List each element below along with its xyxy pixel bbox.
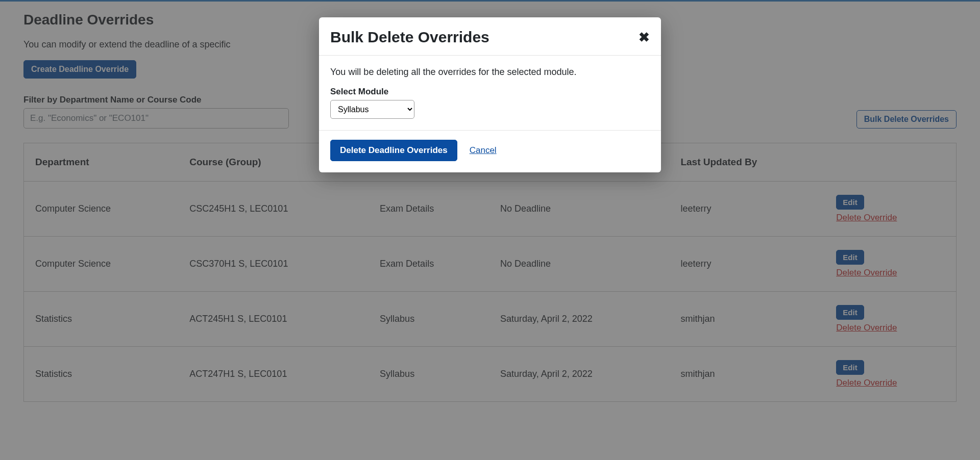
modal-title: Bulk Delete Overrides [330, 29, 489, 46]
select-module-dropdown[interactable]: SyllabusExam Details [330, 100, 414, 119]
bulk-delete-modal: Bulk Delete Overrides ✖ You will be dele… [319, 17, 661, 172]
modal-body: You will be deleting all the overrides f… [319, 56, 661, 130]
modal-body-text: You will be deleting all the overrides f… [330, 67, 650, 78]
delete-deadline-overrides-button[interactable]: Delete Deadline Overrides [330, 140, 457, 161]
close-icon[interactable]: ✖ [639, 31, 650, 44]
select-module-label: Select Module [330, 87, 650, 97]
modal-footer: Delete Deadline Overrides Cancel [319, 130, 661, 172]
modal-header: Bulk Delete Overrides ✖ [319, 17, 661, 56]
cancel-link[interactable]: Cancel [470, 145, 497, 156]
